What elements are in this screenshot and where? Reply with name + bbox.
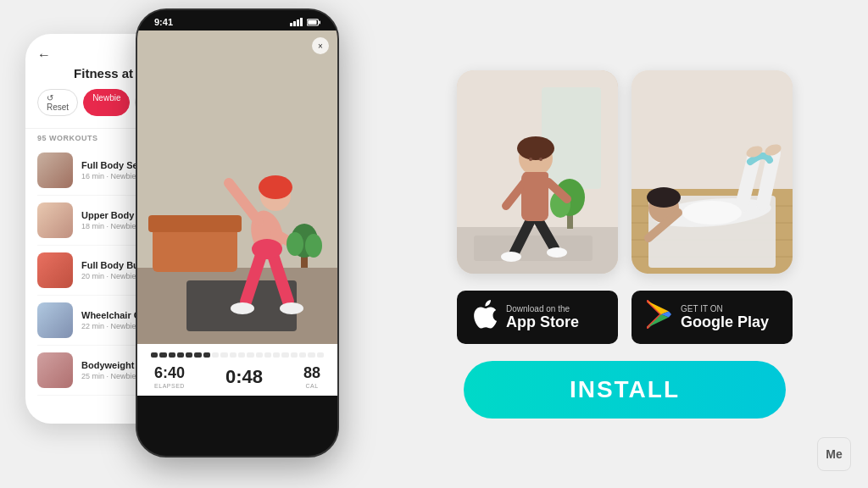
reset-chip[interactable]: ↺ Reset [37, 89, 78, 116]
svg-rect-6 [308, 20, 316, 25]
store-buttons: Download on the App Store GET IT ON Goog… [457, 291, 793, 344]
progress-seg [177, 352, 184, 358]
progress-seg [151, 352, 158, 358]
workout-video-scene [137, 30, 337, 344]
google-play-main: Google Play [681, 314, 769, 330]
app-store-text: Download on the App Store [506, 304, 579, 330]
video-area: × [137, 30, 337, 344]
cal-stat: 88 CAL [303, 364, 320, 389]
workout-thumb [37, 352, 73, 388]
photo-scene-1 [457, 70, 618, 274]
timer-value: 0:48 [225, 366, 263, 388]
status-bar: 9:41 [137, 10, 337, 30]
progress-seg [238, 352, 245, 358]
svg-rect-9 [153, 225, 237, 272]
progress-seg [264, 352, 271, 358]
workout-thumb [37, 252, 73, 288]
svg-point-20 [231, 302, 254, 314]
progress-seg [317, 352, 324, 358]
cal-label: CAL [303, 383, 320, 389]
progress-seg [299, 352, 306, 358]
svg-point-19 [252, 239, 282, 259]
svg-point-57 [682, 201, 742, 225]
close-button[interactable]: × [312, 37, 329, 54]
status-icons [290, 18, 320, 26]
svg-point-41 [517, 136, 554, 160]
svg-point-36 [547, 247, 567, 258]
elapsed-label: ELAPSED [154, 383, 185, 389]
signal-icon [290, 18, 303, 26]
google-play-sub: GET IT ON [681, 304, 769, 313]
elapsed-value: 6:40 [154, 364, 185, 382]
fitness-photo-1 [457, 70, 618, 274]
apple-icon [472, 299, 498, 336]
cal-value: 88 [303, 364, 320, 382]
svg-rect-44 [523, 172, 548, 191]
progress-seg [273, 352, 280, 358]
phone-foreground: 9:41 [136, 8, 339, 458]
progress-seg [281, 352, 288, 358]
battery-icon [307, 18, 320, 26]
progress-seg [230, 352, 236, 358]
me-badge: Me [817, 437, 851, 471]
status-time: 9:41 [154, 17, 173, 27]
svg-point-43 [539, 158, 542, 161]
progress-seg [186, 352, 192, 358]
google-play-icon [647, 300, 672, 335]
workout-thumb [37, 202, 73, 238]
svg-rect-10 [148, 215, 242, 232]
svg-point-25 [305, 234, 322, 258]
workout-thumb [37, 152, 73, 188]
app-store-button[interactable]: Download on the App Store [457, 291, 618, 344]
svg-point-14 [259, 175, 292, 199]
google-play-text: GET IT ON Google Play [681, 304, 769, 330]
svg-rect-28 [542, 87, 601, 189]
right-section: Download on the App Store GET IT ON Goog… [381, 0, 868, 488]
progress-seg [194, 352, 201, 358]
svg-point-21 [280, 302, 303, 314]
player-controls: 6:40 ELAPSED 0:48 88 CAL [137, 344, 337, 396]
progress-seg [203, 352, 210, 358]
app-store-sub: Download on the [506, 304, 579, 313]
svg-point-59 [647, 187, 681, 208]
svg-rect-5 [319, 20, 320, 24]
left-section: ← Fitness at Home ↺ Reset Newbie Medium … [0, 0, 381, 488]
install-button[interactable]: INSTALL [464, 361, 786, 419]
progress-seg [159, 352, 166, 358]
google-play-button[interactable]: GET IT ON Google Play [632, 291, 793, 344]
stats-row: 6:40 ELAPSED 0:48 88 CAL [151, 364, 324, 389]
svg-point-24 [287, 232, 303, 256]
newbie-chip[interactable]: Newbie [83, 89, 130, 116]
svg-rect-3 [300, 18, 303, 26]
svg-point-42 [529, 158, 532, 161]
svg-point-35 [501, 252, 521, 262]
progress-seg [291, 352, 298, 358]
app-store-main: App Store [506, 314, 579, 330]
timer-stat: 0:48 [225, 366, 263, 388]
photo-row [457, 70, 793, 274]
svg-rect-32 [474, 236, 593, 261]
svg-rect-1 [293, 21, 296, 26]
workout-thumb [37, 302, 73, 338]
progress-seg [308, 352, 314, 358]
progress-seg [247, 352, 253, 358]
progress-seg [220, 352, 227, 358]
progress-seg [256, 352, 263, 358]
progress-seg [169, 352, 175, 358]
elapsed-stat: 6:40 ELAPSED [154, 364, 185, 389]
progress-bar [151, 352, 324, 358]
svg-rect-0 [290, 23, 292, 26]
photo-scene-2 [632, 70, 793, 274]
progress-seg [212, 352, 219, 358]
fitness-photo-2 [632, 70, 793, 274]
svg-rect-2 [297, 19, 299, 26]
